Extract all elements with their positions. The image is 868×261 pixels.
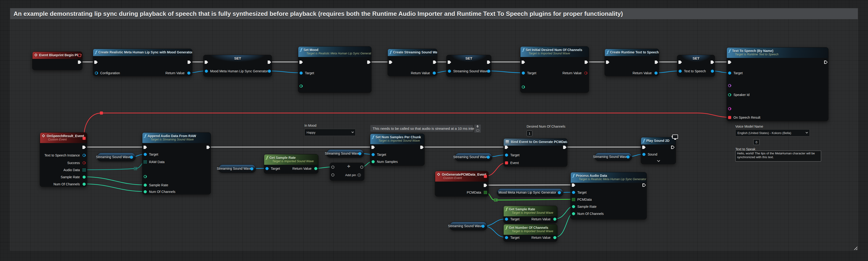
pin-exec-in-pin[interactable]	[642, 146, 646, 149]
pin-exec-in-pin[interactable]	[144, 146, 147, 149]
streaming-sound-wave-getter-2[interactable]: Streaming Sound Wave	[218, 164, 256, 173]
pin-exec-out-pin[interactable]	[643, 183, 646, 187]
pin-exec-out-pin[interactable]	[484, 184, 487, 187]
node-header[interactable]: ƒSet Initial Desired Num Of ChannelsTarg…	[521, 46, 589, 57]
get-sample-rate-2[interactable]: ƒGet Sample RateTarget is Imported Sound…	[503, 206, 557, 223]
pin-num-pin[interactable]	[522, 85, 525, 89]
pin-wild-pin[interactable]	[332, 174, 335, 177]
pin-target[interactable]	[266, 167, 269, 170]
pin-streaming-sound-wave[interactable]	[448, 70, 451, 73]
pin-return-value[interactable]	[553, 236, 556, 239]
add-pin-button[interactable]: Add pin+	[345, 173, 361, 177]
stream-interval-comment-bubble[interactable]: This needs to be called so that audio is…	[370, 125, 473, 132]
reroute-knot[interactable]	[100, 112, 103, 115]
set-streaming-sound-wave-variable[interactable]: SETStreaming Sound Wave	[446, 55, 491, 77]
create-realistic-metahuman-lipsync[interactable]: ƒCreate Realistic Meta Human Lip Sync wi…	[93, 49, 192, 76]
node-header[interactable]: ƒPlay Sound 2D	[641, 137, 676, 144]
pin-obj-pin[interactable]	[359, 152, 362, 155]
set-mood-dropdown[interactable]: Happy	[304, 129, 355, 136]
pin-obj-pin[interactable]	[482, 225, 485, 228]
pin-exec-out-pin[interactable]	[83, 146, 86, 149]
text-to-speech-by-name-value-input[interactable]: 0	[753, 139, 760, 145]
pin-exec-in-pin[interactable]	[572, 183, 576, 187]
pin-on-speech-result[interactable]	[728, 116, 731, 119]
set-mood[interactable]: ƒSet MoodTarget is Realistic Meta Human …	[298, 46, 371, 93]
pin-exec-in-pin[interactable]	[679, 61, 682, 64]
pin-obj-pin[interactable]	[627, 156, 630, 159]
streaming-sound-wave-getter-5[interactable]: Streaming Sound Wave	[595, 153, 632, 161]
pin-pcmdata[interactable]	[572, 198, 575, 201]
on-generate-pcmdata-event[interactable]: OnGeneratePCMData_EventCustom EventPCMDa…	[435, 171, 489, 196]
on-speech-result-event[interactable]: OnSpeechResult_EventCustom EventText to …	[40, 133, 87, 187]
pin-exec-out-pin[interactable]	[585, 61, 588, 64]
text-to-speech-by-name[interactable]: ƒText To Speech (By Name)Target is Runti…	[726, 47, 829, 121]
pin-exec-in-pin[interactable]	[522, 61, 525, 64]
pin-return-value[interactable]	[655, 72, 658, 75]
pin-exec-out-pin[interactable]	[268, 61, 271, 64]
pin-exec-out-pin[interactable]	[78, 61, 82, 64]
pin-return-value[interactable]	[314, 167, 317, 170]
get-sample-rate-1[interactable]: ƒGet Sample RateTarget is Imported Sound…	[264, 154, 318, 174]
streaming-sound-wave-getter-1[interactable]: Streaming Sound Wave	[97, 153, 135, 161]
pin-audio-data[interactable]	[83, 169, 86, 172]
pin-num-of-channels[interactable]	[572, 212, 575, 215]
node-header[interactable]: OnSpeechResult_EventCustom Event	[40, 133, 87, 143]
pin-exec-out-pin[interactable]	[188, 61, 191, 64]
append-audio-data-from-raw[interactable]: ƒAppend Audio Data From RAWTarget is Str…	[142, 133, 211, 194]
node-header[interactable]: ƒSet Num Samples Per ChunkTarget is Impo…	[370, 134, 424, 144]
pin-target[interactable]	[505, 236, 508, 239]
node-header[interactable]: ƒCreate Runtime Text to Speech	[605, 49, 659, 56]
pin-raw-data[interactable]	[144, 160, 147, 163]
pin-exec-out-pin[interactable]	[367, 61, 371, 64]
set-initial-desired-num-of-channels-value-input[interactable]: 1	[527, 130, 532, 136]
pin-num-of-channels[interactable]	[83, 183, 86, 186]
pin-exec-in-pin[interactable]	[505, 146, 508, 149]
pin-sample-rate[interactable]	[83, 176, 86, 179]
node-header[interactable]: ƒCreate Realistic Meta Human Lip Sync wi…	[93, 49, 192, 56]
pin-exec-in-pin[interactable]	[300, 61, 303, 64]
pin-return-value[interactable]	[187, 72, 190, 75]
pin-mood-meta-human-lip-sync-generator[interactable]	[205, 70, 208, 73]
text-to-speech-by-name-dropdown[interactable]: English (United States) - Kokoro (Bella)	[735, 129, 810, 137]
mood-lipsync-generator-getter[interactable]: Mood Meta Human Lip Sync Generator	[497, 188, 563, 196]
node-header[interactable]: Event Blueprint Begin Play	[32, 52, 82, 59]
node-header[interactable]: ƒProcess Audio DataTarget is Realistic M…	[571, 172, 647, 183]
pin-exec-in-pin[interactable]	[448, 61, 451, 64]
pin-speaker-id[interactable]	[728, 94, 731, 97]
streaming-sound-wave-getter-4[interactable]: Streaming Sound Wave	[455, 153, 492, 161]
pin-target[interactable]	[505, 218, 508, 221]
pin-exec-in-pin[interactable]	[371, 146, 375, 149]
node-header[interactable]: Bind Event to On Generate PCMData	[504, 139, 567, 146]
node-header[interactable]: ƒCreate Streaming Sound Wave	[388, 49, 437, 56]
pin-exec-in-pin[interactable]	[728, 61, 732, 64]
pin-dlg-pin[interactable]	[484, 175, 487, 178]
reroute-knot[interactable]	[134, 167, 137, 170]
pin-configuration[interactable]	[95, 72, 98, 75]
pin-exec-out-pin[interactable]	[207, 146, 210, 149]
event-blueprint-begin-play[interactable]: Event Blueprint Begin Play	[32, 51, 83, 70]
pin-enum-pin[interactable]	[300, 85, 303, 88]
pin-return-value[interactable]	[433, 72, 436, 75]
pin-target[interactable]	[300, 72, 303, 75]
streaming-sound-wave-getter-6[interactable]: Streaming Sound Wave	[450, 222, 487, 230]
create-runtime-text-to-speech[interactable]: ƒCreate Runtime Text to SpeechReturn Val…	[604, 49, 659, 76]
pin-pcmdata[interactable]	[484, 191, 487, 194]
set-text-to-speech-variable[interactable]: SETText to Speech	[677, 55, 715, 77]
pin-num-of-channels[interactable]	[144, 190, 147, 193]
create-streaming-sound-wave[interactable]: ƒCreate Streaming Sound WaveReturn Value	[388, 49, 437, 76]
node-header[interactable]: ƒSet MoodTarget is Realistic Meta Human …	[298, 46, 371, 57]
pin-text-to-speech[interactable]	[679, 70, 682, 73]
node-header[interactable]: ƒGet Sample RateTarget is Imported Sound…	[504, 206, 557, 216]
pin-exec-in-pin[interactable]	[606, 61, 610, 64]
pin-obj-pin[interactable]	[268, 70, 271, 73]
pin-exec-out-pin[interactable]	[420, 146, 424, 149]
bind-event-to-on-generate-pcmdata[interactable]: Bind Event to On Generate PCMDataTargetE…	[503, 138, 567, 167]
pin-target[interactable]	[144, 153, 147, 156]
pin-target[interactable]	[372, 153, 375, 156]
pin-dlg-pin[interactable]	[83, 137, 86, 140]
node-header[interactable]: ƒText To Speech (By Name)Target is Runti…	[727, 47, 828, 58]
expand-advanced-pins-icon[interactable]	[657, 159, 660, 162]
pin-target[interactable]	[505, 154, 508, 157]
pin-exec-in-pin[interactable]	[205, 61, 208, 64]
pin-num-samples[interactable]	[372, 160, 375, 163]
